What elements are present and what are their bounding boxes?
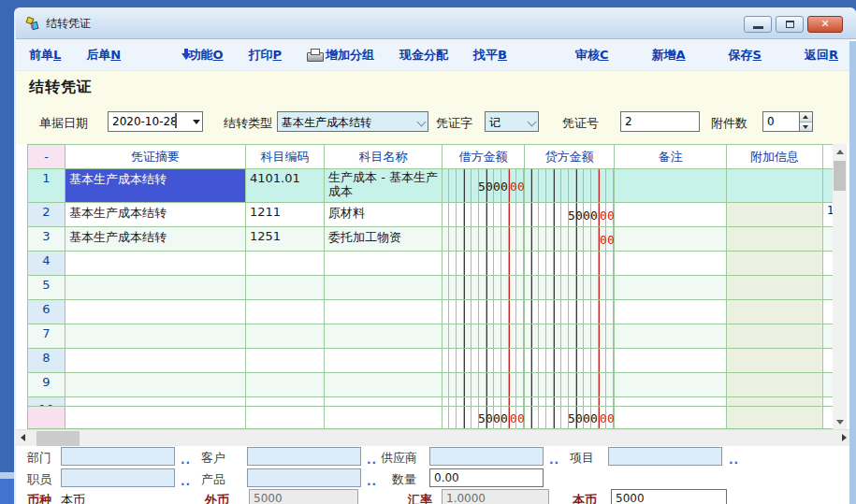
summary-cell[interactable]: 基本生产成本结转 xyxy=(65,203,246,226)
row-number-cell[interactable]: 1 xyxy=(28,169,65,202)
col-header-debit[interactable]: 借方金额 xyxy=(443,145,525,168)
exchange-rate-input[interactable]: 1.0000 xyxy=(442,489,549,504)
partial-cell[interactable] xyxy=(823,373,833,396)
note-cell[interactable] xyxy=(615,203,727,226)
summary-cell[interactable] xyxy=(65,300,246,324)
date-dropdown-icon[interactable] xyxy=(193,120,200,124)
partial-cell[interactable] xyxy=(823,252,833,275)
supplier-input[interactable] xyxy=(429,447,544,466)
debit-amount-cell[interactable] xyxy=(443,397,525,406)
note-cell[interactable] xyxy=(615,169,727,202)
row-number-cell[interactable]: 3 xyxy=(28,227,65,251)
col-header-note[interactable]: 备注 xyxy=(615,145,727,168)
dept-input[interactable] xyxy=(61,447,175,466)
note-cell[interactable] xyxy=(615,227,727,251)
account-code-cell[interactable] xyxy=(246,373,325,396)
return-button[interactable]: 返回R xyxy=(805,47,838,64)
attachment-input[interactable]: 0 xyxy=(762,111,800,132)
credit-amount-cell[interactable]: 500000 xyxy=(525,203,615,226)
close-button[interactable]: ✕ xyxy=(807,16,843,33)
extra-info-cell[interactable] xyxy=(727,300,823,324)
credit-amount-cell[interactable] xyxy=(525,349,615,372)
add-group-button[interactable]: 增加分组 xyxy=(326,47,374,64)
account-code-cell[interactable]: 1211 xyxy=(246,203,325,226)
account-name-cell[interactable] xyxy=(325,349,443,372)
vertical-scrollbar[interactable] xyxy=(833,144,847,429)
product-browse-button[interactable]: .. xyxy=(367,475,377,488)
total-row-number-cell[interactable] xyxy=(28,407,65,428)
total-debit-cell[interactable]: 500000 xyxy=(443,407,525,428)
partial-cell[interactable] xyxy=(823,349,833,372)
note-cell[interactable] xyxy=(615,349,727,372)
credit-amount-cell[interactable]: 00 xyxy=(525,227,615,251)
debit-amount-cell[interactable] xyxy=(443,252,525,275)
credit-amount-cell[interactable] xyxy=(525,169,615,202)
balance-button[interactable]: 找平B xyxy=(473,47,507,64)
account-code-cell[interactable] xyxy=(246,397,325,406)
row-number-cell[interactable]: 4 xyxy=(28,252,65,275)
total-note-cell[interactable] xyxy=(615,407,727,428)
stepper-down-button[interactable] xyxy=(800,122,812,131)
row-number-cell[interactable]: 8 xyxy=(28,349,65,372)
partial-cell[interactable] xyxy=(823,407,833,428)
account-code-cell[interactable] xyxy=(246,276,325,299)
project-input[interactable] xyxy=(608,447,722,466)
new-button[interactable]: 新增A xyxy=(652,47,686,64)
summary-cell[interactable] xyxy=(65,252,246,275)
credit-amount-cell[interactable] xyxy=(525,300,615,324)
partial-cell[interactable] xyxy=(823,276,833,299)
dept-browse-button[interactable]: .. xyxy=(181,454,191,467)
partial-cell[interactable] xyxy=(823,227,833,251)
credit-amount-cell[interactable] xyxy=(525,324,615,348)
stepper-up-button[interactable] xyxy=(800,112,812,122)
account-code-cell[interactable] xyxy=(246,324,325,348)
scroll-left-button[interactable] xyxy=(16,430,31,447)
credit-amount-cell[interactable] xyxy=(525,252,615,275)
summary-cell[interactable] xyxy=(65,373,246,396)
account-code-cell[interactable]: 1251 xyxy=(246,227,325,251)
account-code-cell[interactable]: 4101.01 xyxy=(246,169,325,202)
note-cell[interactable] xyxy=(615,324,727,348)
col-header-index[interactable]: - xyxy=(28,145,65,168)
account-code-cell[interactable] xyxy=(246,300,325,324)
save-button[interactable]: 保存S xyxy=(729,47,762,64)
account-name-cell[interactable]: 委托加工物资 xyxy=(325,227,443,251)
calendar-icon[interactable] xyxy=(175,114,189,129)
extra-info-cell[interactable] xyxy=(727,373,823,396)
debit-amount-cell[interactable] xyxy=(443,203,525,226)
note-cell[interactable] xyxy=(615,300,727,324)
summary-cell[interactable] xyxy=(65,324,246,348)
partial-cell[interactable] xyxy=(823,324,833,348)
account-name-cell[interactable] xyxy=(325,300,443,324)
quantity-input[interactable]: 0.00 xyxy=(429,468,544,487)
row-number-cell[interactable]: 9 xyxy=(28,373,65,396)
voucher-no-input[interactable]: 2 xyxy=(620,111,700,132)
foreign-amount-input[interactable]: 5000 xyxy=(249,489,358,504)
customer-input[interactable] xyxy=(247,447,361,466)
partial-cell[interactable] xyxy=(823,169,833,202)
scroll-up-button[interactable] xyxy=(833,144,847,159)
total-code-cell[interactable] xyxy=(246,407,325,428)
debit-amount-cell[interactable] xyxy=(443,349,525,372)
note-cell[interactable] xyxy=(615,276,727,299)
summary-cell[interactable]: 基本生产成本结转 xyxy=(65,227,246,251)
row-number-cell[interactable]: 5 xyxy=(28,276,65,299)
restore-button[interactable] xyxy=(776,16,804,33)
attachment-stepper[interactable] xyxy=(800,111,813,132)
extra-info-cell[interactable] xyxy=(727,276,823,299)
credit-amount-cell[interactable] xyxy=(525,373,615,396)
account-code-cell[interactable] xyxy=(246,252,325,275)
debit-amount-cell[interactable] xyxy=(443,373,525,396)
partial-cell[interactable] xyxy=(823,397,833,406)
credit-amount-cell[interactable] xyxy=(525,276,615,299)
note-cell[interactable] xyxy=(615,373,727,396)
minimize-button[interactable] xyxy=(744,16,772,33)
summary-cell-selected[interactable]: 基本生产成本结转 xyxy=(65,169,246,202)
extra-info-cell[interactable] xyxy=(727,397,823,406)
extra-info-cell[interactable] xyxy=(727,227,823,251)
transfer-type-select[interactable]: 基本生产成本结转 xyxy=(277,111,428,132)
note-cell[interactable] xyxy=(615,397,727,406)
prev-voucher-button[interactable]: 前单L xyxy=(29,47,61,64)
local-amount-input[interactable]: 5000 xyxy=(611,489,727,504)
print-button[interactable]: 打印P xyxy=(249,47,283,64)
